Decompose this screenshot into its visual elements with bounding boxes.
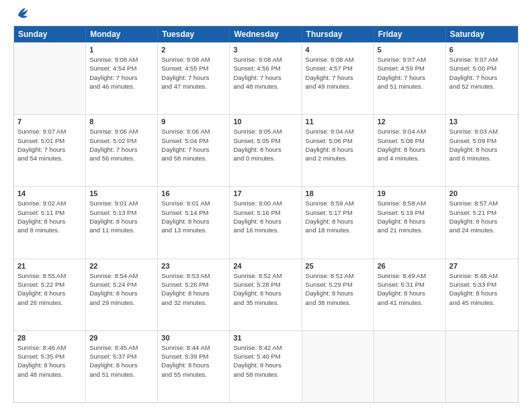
calendar-day-19: 19Sunrise: 8:58 AM Sunset: 5:19 PM Dayli… <box>374 187 446 258</box>
calendar-day-27: 27Sunrise: 8:48 AM Sunset: 5:33 PM Dayli… <box>446 259 518 330</box>
calendar-day-24: 24Sunrise: 8:52 AM Sunset: 5:28 PM Dayli… <box>230 259 302 330</box>
header-day-wednesday: Wednesday <box>230 26 302 42</box>
calendar-day-31: 31Sunrise: 8:42 AM Sunset: 5:40 PM Dayli… <box>230 331 302 402</box>
day-number: 4 <box>306 46 370 54</box>
day-number: 3 <box>233 46 298 54</box>
day-info: Sunrise: 9:01 AM Sunset: 5:14 PM Dayligh… <box>161 199 226 234</box>
day-number: 18 <box>306 189 370 197</box>
calendar-day-21: 21Sunrise: 8:55 AM Sunset: 5:22 PM Dayli… <box>14 259 86 330</box>
day-number: 9 <box>161 118 226 126</box>
day-number: 21 <box>17 262 82 270</box>
day-info: Sunrise: 9:05 AM Sunset: 5:05 PM Dayligh… <box>233 127 298 163</box>
day-number: 27 <box>449 262 515 270</box>
day-info: Sunrise: 9:00 AM Sunset: 5:16 PM Dayligh… <box>233 199 298 234</box>
day-info: Sunrise: 9:07 AM Sunset: 5:00 PM Dayligh… <box>449 55 515 91</box>
header-day-friday: Friday <box>374 26 446 42</box>
day-number: 14 <box>17 189 82 197</box>
calendar-day-25: 25Sunrise: 8:51 AM Sunset: 5:29 PM Dayli… <box>302 259 374 330</box>
day-number: 22 <box>89 262 154 270</box>
day-number: 11 <box>306 118 370 126</box>
calendar-day-1: 1Sunrise: 9:08 AM Sunset: 4:54 PM Daylig… <box>86 43 158 114</box>
calendar-day-17: 17Sunrise: 9:00 AM Sunset: 5:16 PM Dayli… <box>230 187 302 258</box>
day-info: Sunrise: 9:04 AM Sunset: 5:06 PM Dayligh… <box>306 127 370 163</box>
day-number: 12 <box>378 118 442 126</box>
day-number: 28 <box>17 334 82 342</box>
logo <box>13 11 30 20</box>
calendar-day-20: 20Sunrise: 8:57 AM Sunset: 5:21 PM Dayli… <box>446 187 518 258</box>
day-info: Sunrise: 8:54 AM Sunset: 5:24 PM Dayligh… <box>89 271 154 307</box>
calendar-day-8: 8Sunrise: 9:06 AM Sunset: 5:02 PM Daylig… <box>86 115 158 186</box>
calendar-week-5: 28Sunrise: 8:46 AM Sunset: 5:35 PM Dayli… <box>14 330 518 402</box>
calendar-day-5: 5Sunrise: 9:07 AM Sunset: 4:59 PM Daylig… <box>374 43 446 114</box>
day-number: 15 <box>89 189 154 197</box>
calendar-empty-cell <box>446 331 518 402</box>
day-number: 30 <box>161 334 226 342</box>
calendar-day-22: 22Sunrise: 8:54 AM Sunset: 5:24 PM Dayli… <box>86 259 158 330</box>
calendar-day-14: 14Sunrise: 9:02 AM Sunset: 5:11 PM Dayli… <box>14 187 86 258</box>
header-day-sunday: Sunday <box>14 26 86 42</box>
day-number: 1 <box>89 46 154 54</box>
day-number: 10 <box>233 118 298 126</box>
calendar-week-2: 7Sunrise: 9:07 AM Sunset: 5:01 PM Daylig… <box>14 114 518 186</box>
day-number: 26 <box>378 262 442 270</box>
day-number: 23 <box>161 262 226 270</box>
day-number: 29 <box>89 334 154 342</box>
day-info: Sunrise: 8:58 AM Sunset: 5:19 PM Dayligh… <box>378 199 442 234</box>
calendar-day-18: 18Sunrise: 8:59 AM Sunset: 5:17 PM Dayli… <box>302 187 374 258</box>
day-info: Sunrise: 8:59 AM Sunset: 5:17 PM Dayligh… <box>306 199 370 234</box>
header-day-tuesday: Tuesday <box>158 26 230 42</box>
day-info: Sunrise: 8:42 AM Sunset: 5:40 PM Dayligh… <box>233 343 298 379</box>
day-info: Sunrise: 8:48 AM Sunset: 5:33 PM Dayligh… <box>449 271 515 307</box>
day-number: 16 <box>161 189 226 197</box>
calendar-day-6: 6Sunrise: 9:07 AM Sunset: 5:00 PM Daylig… <box>446 43 518 114</box>
calendar-day-10: 10Sunrise: 9:05 AM Sunset: 5:05 PM Dayli… <box>230 115 302 186</box>
day-info: Sunrise: 9:07 AM Sunset: 4:59 PM Dayligh… <box>378 55 442 91</box>
day-info: Sunrise: 9:07 AM Sunset: 5:01 PM Dayligh… <box>17 127 82 163</box>
day-info: Sunrise: 9:08 AM Sunset: 4:57 PM Dayligh… <box>306 55 370 91</box>
day-info: Sunrise: 8:53 AM Sunset: 5:26 PM Dayligh… <box>161 271 226 307</box>
day-number: 2 <box>161 46 226 54</box>
calendar-day-23: 23Sunrise: 8:53 AM Sunset: 5:26 PM Dayli… <box>158 259 230 330</box>
day-info: Sunrise: 8:46 AM Sunset: 5:35 PM Dayligh… <box>17 343 82 379</box>
calendar-week-4: 21Sunrise: 8:55 AM Sunset: 5:22 PM Dayli… <box>14 259 518 330</box>
calendar-day-30: 30Sunrise: 8:44 AM Sunset: 5:39 PM Dayli… <box>158 331 230 402</box>
calendar: SundayMondayTuesdayWednesdayThursdayFrid… <box>13 26 519 403</box>
calendar-body: 1Sunrise: 9:08 AM Sunset: 4:54 PM Daylig… <box>14 42 518 402</box>
day-info: Sunrise: 8:51 AM Sunset: 5:29 PM Dayligh… <box>306 271 370 307</box>
calendar-day-28: 28Sunrise: 8:46 AM Sunset: 5:35 PM Dayli… <box>14 331 86 402</box>
logo-bird-icon <box>15 5 30 20</box>
day-number: 7 <box>17 118 82 126</box>
day-info: Sunrise: 8:52 AM Sunset: 5:28 PM Dayligh… <box>233 271 298 307</box>
day-info: Sunrise: 9:08 AM Sunset: 4:56 PM Dayligh… <box>233 55 298 91</box>
calendar-day-13: 13Sunrise: 9:03 AM Sunset: 5:09 PM Dayli… <box>446 115 518 186</box>
calendar-day-3: 3Sunrise: 9:08 AM Sunset: 4:56 PM Daylig… <box>230 43 302 114</box>
calendar-day-4: 4Sunrise: 9:08 AM Sunset: 4:57 PM Daylig… <box>302 43 374 114</box>
calendar-empty-cell <box>374 331 446 402</box>
day-info: Sunrise: 9:03 AM Sunset: 5:09 PM Dayligh… <box>449 127 515 163</box>
day-number: 25 <box>306 262 370 270</box>
day-info: Sunrise: 8:44 AM Sunset: 5:39 PM Dayligh… <box>161 343 226 379</box>
day-info: Sunrise: 9:08 AM Sunset: 4:55 PM Dayligh… <box>161 55 226 91</box>
day-number: 24 <box>233 262 298 270</box>
day-number: 17 <box>233 189 298 197</box>
calendar-day-2: 2Sunrise: 9:08 AM Sunset: 4:55 PM Daylig… <box>158 43 230 114</box>
calendar-week-1: 1Sunrise: 9:08 AM Sunset: 4:54 PM Daylig… <box>14 42 518 114</box>
day-number: 20 <box>449 189 515 197</box>
day-number: 31 <box>233 334 298 342</box>
day-info: Sunrise: 8:57 AM Sunset: 5:21 PM Dayligh… <box>449 199 515 234</box>
calendar-empty-cell <box>14 43 86 114</box>
calendar-day-11: 11Sunrise: 9:04 AM Sunset: 5:06 PM Dayli… <box>302 115 374 186</box>
day-info: Sunrise: 9:02 AM Sunset: 5:11 PM Dayligh… <box>17 199 82 234</box>
day-info: Sunrise: 9:06 AM Sunset: 5:02 PM Dayligh… <box>89 127 154 163</box>
calendar-day-9: 9Sunrise: 9:06 AM Sunset: 5:04 PM Daylig… <box>158 115 230 186</box>
calendar-empty-cell <box>302 331 374 402</box>
calendar-day-15: 15Sunrise: 9:01 AM Sunset: 5:13 PM Dayli… <box>86 187 158 258</box>
page: SundayMondayTuesdayWednesdayThursdayFrid… <box>0 0 532 411</box>
day-number: 19 <box>378 189 442 197</box>
day-info: Sunrise: 9:04 AM Sunset: 5:08 PM Dayligh… <box>378 127 442 163</box>
calendar-day-7: 7Sunrise: 9:07 AM Sunset: 5:01 PM Daylig… <box>14 115 86 186</box>
calendar-day-26: 26Sunrise: 8:49 AM Sunset: 5:31 PM Dayli… <box>374 259 446 330</box>
calendar-day-29: 29Sunrise: 8:45 AM Sunset: 5:37 PM Dayli… <box>86 331 158 402</box>
header-day-monday: Monday <box>86 26 158 42</box>
day-number: 13 <box>449 118 515 126</box>
